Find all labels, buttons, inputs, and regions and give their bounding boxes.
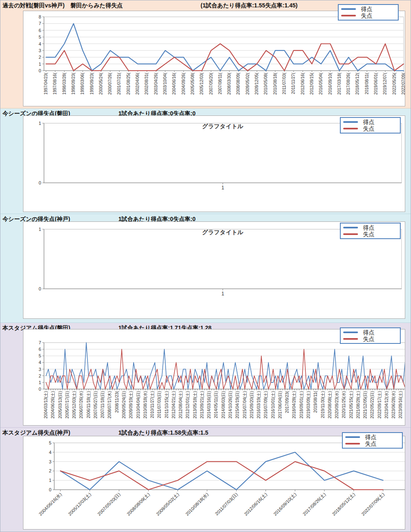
- legend[interactable]: 得点 失点: [340, 327, 401, 344]
- chart-title: グラフタイトル: [202, 123, 244, 129]
- svg-text:1: 1: [222, 291, 224, 297]
- svg-text:3: 3: [39, 48, 41, 53]
- svg-text:2009/05/24(日): 2009/05/24(日): [122, 391, 126, 419]
- stadium-kobe-chart: 0123452004/06/16(水)2005/12/03(土)2007/05/…: [23, 436, 405, 529]
- svg-text:2019/06/01(: 2019/06/01(: [374, 72, 378, 94]
- legend-score-label: 得点: [365, 434, 376, 440]
- section-stats: (1試合あたり得点率:1.55失点率:1.45): [201, 2, 298, 9]
- svg-text:2012/09/15(: 2012/09/15(: [309, 72, 314, 94]
- chart-panel-current-season-kobe[interactable]: 011グラフタイトル 得点 失点: [23, 221, 405, 319]
- legend-score-label: 得点: [363, 119, 374, 125]
- svg-text:2012/06/16(土): 2012/06/16(土): [243, 492, 268, 516]
- svg-text:3: 3: [49, 459, 51, 464]
- svg-text:2023/09/16(土): 2023/09/16(土): [398, 391, 403, 419]
- svg-text:2011/11/27(: 2011/11/27(: [291, 72, 296, 94]
- chart-panel-current-season-iwata[interactable]: 011グラフタイトル 得点 失点: [23, 115, 405, 212]
- legend-item-score[interactable]: 得点: [343, 119, 397, 125]
- svg-text:2019/08/11(: 2019/08/11(: [313, 391, 318, 412]
- svg-text:2005/12/03(土): 2005/12/03(土): [67, 492, 92, 516]
- legend-item-concede[interactable]: 失点: [345, 440, 399, 447]
- svg-text:2012/08/04(土): 2012/08/04(土): [178, 391, 183, 419]
- svg-text:2016/05/04(: 2016/05/04(: [319, 72, 323, 94]
- svg-text:2007/05/20(: 2007/05/20(: [209, 72, 213, 94]
- svg-text:2022/07/09(土): 2022/07/09(土): [360, 492, 385, 516]
- svg-text:2018/08/11(: 2018/08/11(: [365, 72, 369, 94]
- svg-text:2004/06/16(: 2004/06/16(: [172, 72, 176, 94]
- svg-text:1: 1: [39, 380, 41, 385]
- svg-text:2010/08/18(水): 2010/08/18(水): [143, 391, 148, 419]
- svg-text:2004/06/26(土): 2004/06/26(土): [51, 391, 55, 419]
- svg-text:2013/05/18(土): 2013/05/18(土): [193, 391, 197, 419]
- legend-concede-label: 失点: [363, 336, 374, 342]
- svg-text:2014/10/26(日): 2014/10/26(日): [228, 391, 233, 419]
- svg-text:3: 3: [39, 367, 41, 372]
- svg-text:2017/03/18(: 2017/03/18(: [337, 72, 342, 94]
- svg-text:4: 4: [39, 360, 41, 365]
- svg-text:2022/07/09(: 2022/07/09(: [401, 72, 405, 94]
- legend-item-concede[interactable]: 失点: [343, 125, 397, 132]
- svg-text:1998/03/28(: 1998/03/28(: [62, 72, 67, 94]
- legend-score-label: 得点: [363, 225, 374, 230]
- svg-text:2016/07/09(土): 2016/07/09(土): [263, 391, 268, 419]
- svg-text:2022/09/17(土): 2022/09/17(土): [377, 391, 382, 419]
- svg-text:1: 1: [39, 227, 41, 232]
- workbook-page: 過去の対戦(磐田vs神戸) 磐田からみた得失点 (1試合あたり得点率:1.55失…: [0, 0, 411, 532]
- chart-panel-stadium-kobe[interactable]: 0123452004/06/16(水)2005/12/03(土)2007/05/…: [23, 436, 405, 530]
- concede-line-swatch: [343, 128, 358, 129]
- svg-text:2018/05/12(: 2018/05/12(: [355, 72, 360, 94]
- legend-item-concede[interactable]: 失点: [343, 336, 397, 342]
- legend-item-score[interactable]: 得点: [341, 6, 395, 12]
- legend[interactable]: 得点 失点: [338, 4, 399, 21]
- svg-text:2015/07/04(土): 2015/07/04(土): [242, 391, 247, 419]
- legend-concede-label: 失点: [363, 231, 374, 237]
- section-past-matches: 過去の対戦(磐田vs神戸) 磐田からみた得失点 (1試合あたり得点率:1.55失…: [0, 0, 411, 108]
- svg-text:2006/11/18(土): 2006/11/18(土): [86, 391, 91, 418]
- legend[interactable]: 得点 失点: [342, 432, 403, 449]
- svg-text:2003/10/04(: 2003/10/04(: [163, 72, 167, 94]
- svg-text:2011/07/03(日): 2011/07/03(日): [157, 391, 162, 418]
- svg-text:6: 6: [39, 28, 41, 33]
- svg-text:2009/09/19(土): 2009/09/19(土): [129, 391, 133, 419]
- svg-text:2000/07/26(: 2000/07/26(: [108, 72, 112, 94]
- x-axis-labels: 1997/04/23(1997/08/16(1998/03/28(1998/09…: [44, 71, 405, 94]
- legend-concede-label: 失点: [363, 126, 374, 131]
- svg-text:2008/08/09(土): 2008/08/09(土): [126, 492, 150, 516]
- score-line-swatch: [343, 227, 358, 228]
- svg-text:0: 0: [39, 68, 41, 73]
- chart-panel-past-matches[interactable]: 0123456781997/04/23(1997/08/16(1998/03/2…: [23, 11, 405, 106]
- svg-text:2017/08/26(: 2017/08/26(: [346, 72, 351, 94]
- svg-text:2002/04/06(: 2002/04/06(: [135, 72, 140, 94]
- concede-line: [60, 462, 383, 490]
- svg-text:2016/09/10(土): 2016/09/10(土): [272, 492, 297, 516]
- legend-item-concede[interactable]: 失点: [341, 12, 395, 19]
- svg-text:2008/08/09(: 2008/08/09(: [236, 72, 240, 94]
- svg-text:2020/08/08(土): 2020/08/08(土): [328, 391, 332, 419]
- svg-text:1: 1: [39, 121, 41, 126]
- svg-text:2009/05/02(土): 2009/05/02(土): [155, 492, 180, 516]
- legend[interactable]: 得点 失点: [340, 223, 401, 239]
- svg-text:1998/09/23(: 1998/09/23(: [71, 72, 76, 94]
- svg-text:2010/08/18(: 2010/08/18(: [273, 72, 277, 94]
- concede-line-swatch: [345, 443, 360, 444]
- svg-text:2: 2: [39, 55, 41, 60]
- svg-text:5: 5: [39, 353, 41, 358]
- x-axis-labels: 2004/06/16(水)2005/12/03(土)2007/05/20(日)2…: [38, 490, 385, 516]
- legend-item-score[interactable]: 得点: [345, 434, 399, 440]
- svg-text:2012/06/16(: 2012/06/16(: [300, 72, 305, 94]
- legend[interactable]: 得点 失点: [340, 117, 401, 134]
- legend-item-concede[interactable]: 失点: [343, 231, 397, 237]
- svg-text:2004/09/26(: 2004/09/26(: [181, 72, 186, 94]
- legend-item-score[interactable]: 得点: [343, 224, 397, 231]
- svg-text:0: 0: [39, 286, 41, 291]
- svg-text:1999/09/23(: 1999/09/23(: [90, 72, 94, 94]
- chart-panel-stadium-iwata[interactable]: 012345672004/03/13(土)2004/06/26(土)2005/0…: [23, 329, 405, 426]
- legend-score-label: 得点: [361, 6, 372, 12]
- svg-text:2009/05/02(: 2009/05/02(: [245, 72, 250, 94]
- svg-text:2008/03/30(: 2008/03/30(: [227, 72, 231, 94]
- svg-text:2007/05/27(日): 2007/05/27(日): [93, 391, 98, 419]
- legend-item-score[interactable]: 得点: [343, 329, 397, 336]
- past-matches-chart: 0123456781997/04/23(1997/08/16(1998/03/2…: [23, 11, 405, 106]
- svg-text:2017/09/23(: 2017/09/23(: [285, 391, 289, 413]
- svg-text:0: 0: [49, 487, 51, 492]
- svg-text:2023/06/28(水): 2023/06/28(水): [391, 391, 396, 419]
